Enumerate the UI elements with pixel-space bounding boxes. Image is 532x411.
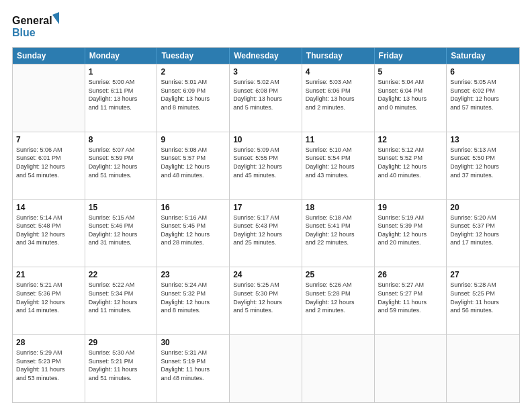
logo: General Blue bbox=[12, 12, 59, 40]
cal-day-empty bbox=[13, 64, 85, 132]
day-info: Sunrise: 5:29 AM Sunset: 5:23 PM Dayligh… bbox=[16, 349, 81, 382]
day-info: Sunrise: 5:13 AM Sunset: 5:50 PM Dayligh… bbox=[450, 146, 516, 179]
cal-header-wednesday: Wednesday bbox=[230, 48, 302, 64]
day-info: Sunrise: 5:14 AM Sunset: 5:48 PM Dayligh… bbox=[16, 214, 81, 247]
day-info: Sunrise: 5:12 AM Sunset: 5:52 PM Dayligh… bbox=[378, 146, 443, 179]
cal-day-empty bbox=[375, 335, 447, 402]
cal-day-11: 11Sunrise: 5:10 AM Sunset: 5:54 PM Dayli… bbox=[302, 132, 375, 199]
day-number: 8 bbox=[89, 135, 154, 144]
day-info: Sunrise: 5:09 AM Sunset: 5:55 PM Dayligh… bbox=[233, 146, 298, 179]
day-number: 19 bbox=[378, 203, 443, 212]
cal-day-14: 14Sunrise: 5:14 AM Sunset: 5:48 PM Dayli… bbox=[13, 200, 85, 267]
day-number: 22 bbox=[89, 270, 154, 279]
cal-day-7: 7Sunrise: 5:06 AM Sunset: 6:01 PM Daylig… bbox=[13, 132, 85, 199]
day-number: 15 bbox=[89, 203, 154, 212]
day-info: Sunrise: 5:21 AM Sunset: 5:36 PM Dayligh… bbox=[16, 281, 81, 314]
calendar-body: 1Sunrise: 5:00 AM Sunset: 6:11 PM Daylig… bbox=[13, 64, 519, 402]
cal-day-1: 1Sunrise: 5:00 AM Sunset: 6:11 PM Daylig… bbox=[85, 64, 158, 132]
day-number: 11 bbox=[306, 135, 371, 144]
cal-header-thursday: Thursday bbox=[302, 48, 375, 64]
svg-text:General: General bbox=[12, 15, 52, 26]
cal-header-sunday: Sunday bbox=[13, 48, 85, 64]
cal-day-4: 4Sunrise: 5:03 AM Sunset: 6:06 PM Daylig… bbox=[302, 64, 375, 132]
day-info: Sunrise: 5:03 AM Sunset: 6:06 PM Dayligh… bbox=[306, 78, 371, 111]
day-info: Sunrise: 5:07 AM Sunset: 5:59 PM Dayligh… bbox=[89, 146, 154, 179]
day-info: Sunrise: 5:26 AM Sunset: 5:28 PM Dayligh… bbox=[306, 281, 371, 314]
day-info: Sunrise: 5:06 AM Sunset: 6:01 PM Dayligh… bbox=[16, 146, 81, 179]
day-info: Sunrise: 5:24 AM Sunset: 5:32 PM Dayligh… bbox=[161, 281, 226, 314]
day-info: Sunrise: 5:01 AM Sunset: 6:09 PM Dayligh… bbox=[161, 78, 226, 111]
day-info: Sunrise: 5:18 AM Sunset: 5:41 PM Dayligh… bbox=[306, 214, 371, 247]
cal-day-16: 16Sunrise: 5:16 AM Sunset: 5:45 PM Dayli… bbox=[157, 200, 230, 267]
cal-day-25: 25Sunrise: 5:26 AM Sunset: 5:28 PM Dayli… bbox=[302, 267, 375, 334]
cal-header-saturday: Saturday bbox=[447, 48, 519, 64]
day-number: 21 bbox=[16, 270, 81, 279]
cal-day-5: 5Sunrise: 5:04 AM Sunset: 6:04 PM Daylig… bbox=[375, 64, 447, 132]
cal-day-18: 18Sunrise: 5:18 AM Sunset: 5:41 PM Dayli… bbox=[302, 200, 375, 267]
day-number: 17 bbox=[233, 203, 298, 212]
cal-day-2: 2Sunrise: 5:01 AM Sunset: 6:09 PM Daylig… bbox=[157, 64, 230, 132]
cal-day-29: 29Sunrise: 5:30 AM Sunset: 5:21 PM Dayli… bbox=[85, 335, 158, 402]
cal-day-6: 6Sunrise: 5:05 AM Sunset: 6:02 PM Daylig… bbox=[447, 64, 519, 132]
day-info: Sunrise: 5:02 AM Sunset: 6:08 PM Dayligh… bbox=[233, 78, 298, 111]
calendar: SundayMondayTuesdayWednesdayThursdayFrid… bbox=[12, 47, 520, 403]
day-number: 7 bbox=[16, 135, 81, 144]
cal-header-friday: Friday bbox=[375, 48, 447, 64]
cal-day-empty bbox=[447, 335, 519, 402]
cal-week-2: 7Sunrise: 5:06 AM Sunset: 6:01 PM Daylig… bbox=[13, 132, 519, 199]
day-number: 16 bbox=[161, 203, 226, 212]
day-info: Sunrise: 5:16 AM Sunset: 5:45 PM Dayligh… bbox=[161, 214, 226, 247]
calendar-header-row: SundayMondayTuesdayWednesdayThursdayFrid… bbox=[13, 48, 519, 64]
cal-day-10: 10Sunrise: 5:09 AM Sunset: 5:55 PM Dayli… bbox=[230, 132, 302, 199]
cal-day-30: 30Sunrise: 5:31 AM Sunset: 5:19 PM Dayli… bbox=[157, 335, 230, 402]
header: General Blue bbox=[12, 12, 520, 40]
cal-day-20: 20Sunrise: 5:20 AM Sunset: 5:37 PM Dayli… bbox=[447, 200, 519, 267]
day-number: 24 bbox=[233, 270, 298, 279]
day-info: Sunrise: 5:30 AM Sunset: 5:21 PM Dayligh… bbox=[89, 349, 154, 382]
cal-header-monday: Monday bbox=[85, 48, 158, 64]
day-number: 29 bbox=[89, 338, 154, 347]
day-info: Sunrise: 5:27 AM Sunset: 5:27 PM Dayligh… bbox=[378, 281, 443, 314]
cal-week-4: 21Sunrise: 5:21 AM Sunset: 5:36 PM Dayli… bbox=[13, 267, 519, 334]
day-number: 9 bbox=[161, 135, 226, 144]
cal-day-23: 23Sunrise: 5:24 AM Sunset: 5:32 PM Dayli… bbox=[157, 267, 230, 334]
day-number: 13 bbox=[450, 135, 516, 144]
page: General Blue SundayMondayTuesdayWednesda… bbox=[0, 0, 532, 411]
cal-day-17: 17Sunrise: 5:17 AM Sunset: 5:43 PM Dayli… bbox=[230, 200, 302, 267]
day-info: Sunrise: 5:04 AM Sunset: 6:04 PM Dayligh… bbox=[378, 78, 443, 111]
day-info: Sunrise: 5:22 AM Sunset: 5:34 PM Dayligh… bbox=[89, 281, 154, 314]
cal-day-empty bbox=[230, 335, 302, 402]
cal-day-21: 21Sunrise: 5:21 AM Sunset: 5:36 PM Dayli… bbox=[13, 267, 85, 334]
day-number: 30 bbox=[161, 338, 226, 347]
day-info: Sunrise: 5:05 AM Sunset: 6:02 PM Dayligh… bbox=[450, 78, 516, 111]
day-number: 20 bbox=[450, 203, 516, 212]
logo-svg: General Blue bbox=[12, 12, 59, 40]
day-number: 6 bbox=[450, 67, 516, 77]
day-info: Sunrise: 5:19 AM Sunset: 5:39 PM Dayligh… bbox=[378, 214, 443, 247]
day-number: 4 bbox=[306, 67, 371, 77]
day-number: 28 bbox=[16, 338, 81, 347]
cal-week-5: 28Sunrise: 5:29 AM Sunset: 5:23 PM Dayli… bbox=[13, 334, 519, 402]
day-number: 27 bbox=[450, 270, 516, 279]
day-number: 12 bbox=[378, 135, 443, 144]
day-info: Sunrise: 5:00 AM Sunset: 6:11 PM Dayligh… bbox=[89, 78, 154, 111]
day-info: Sunrise: 5:08 AM Sunset: 5:57 PM Dayligh… bbox=[161, 146, 226, 179]
day-info: Sunrise: 5:28 AM Sunset: 5:25 PM Dayligh… bbox=[450, 281, 516, 314]
day-info: Sunrise: 5:10 AM Sunset: 5:54 PM Dayligh… bbox=[306, 146, 371, 179]
cal-day-empty bbox=[302, 335, 375, 402]
day-info: Sunrise: 5:31 AM Sunset: 5:19 PM Dayligh… bbox=[161, 349, 226, 382]
cal-day-22: 22Sunrise: 5:22 AM Sunset: 5:34 PM Dayli… bbox=[85, 267, 158, 334]
cal-day-28: 28Sunrise: 5:29 AM Sunset: 5:23 PM Dayli… bbox=[13, 335, 85, 402]
cal-day-24: 24Sunrise: 5:25 AM Sunset: 5:30 PM Dayli… bbox=[230, 267, 302, 334]
day-info: Sunrise: 5:20 AM Sunset: 5:37 PM Dayligh… bbox=[450, 214, 516, 247]
day-number: 1 bbox=[89, 67, 154, 77]
day-info: Sunrise: 5:25 AM Sunset: 5:30 PM Dayligh… bbox=[233, 281, 298, 314]
cal-day-13: 13Sunrise: 5:13 AM Sunset: 5:50 PM Dayli… bbox=[447, 132, 519, 199]
cal-day-26: 26Sunrise: 5:27 AM Sunset: 5:27 PM Dayli… bbox=[375, 267, 447, 334]
day-number: 5 bbox=[378, 67, 443, 77]
day-number: 10 bbox=[233, 135, 298, 144]
cal-week-3: 14Sunrise: 5:14 AM Sunset: 5:48 PM Dayli… bbox=[13, 199, 519, 267]
cal-week-1: 1Sunrise: 5:00 AM Sunset: 6:11 PM Daylig… bbox=[13, 64, 519, 132]
svg-text:Blue: Blue bbox=[12, 27, 36, 38]
day-info: Sunrise: 5:17 AM Sunset: 5:43 PM Dayligh… bbox=[233, 214, 298, 247]
